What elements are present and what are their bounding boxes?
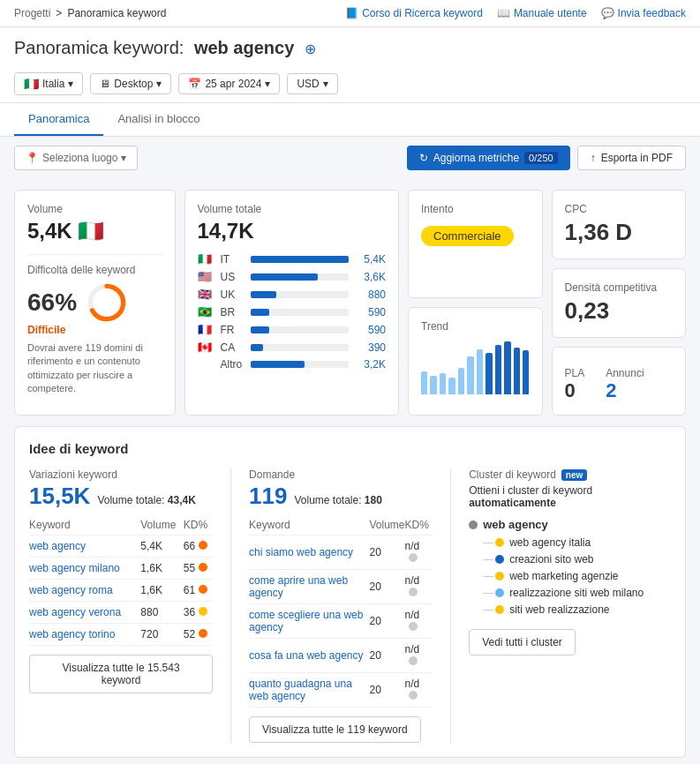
volume-row: 🇬🇧 UK 880 xyxy=(198,288,387,301)
vol-code: US xyxy=(221,271,245,283)
kd-dot xyxy=(409,656,418,665)
density-value: 0,23 xyxy=(565,297,674,325)
intent-trend-col: Intento Commerciale Trend xyxy=(408,190,543,416)
vol-code: IT xyxy=(221,253,245,266)
table-row: come aprire una web agency 20 n/d xyxy=(249,570,433,604)
vol-num: 390 xyxy=(354,341,386,354)
export-icon: ↑ xyxy=(591,152,596,164)
country-filter[interactable]: 🇮🇹 Italia ▾ xyxy=(14,72,83,95)
q-kw-kd: n/d xyxy=(405,673,433,708)
section-title: Idee di keyword xyxy=(29,441,671,456)
difficulty-percent: 66% xyxy=(27,288,77,317)
vol-num: 590 xyxy=(354,306,386,318)
add-keyword-icon[interactable]: ⊕ xyxy=(305,41,316,56)
refresh-icon: ↻ xyxy=(419,152,428,164)
kw-name[interactable]: web agency xyxy=(29,536,140,558)
view-all-clusters-button[interactable]: Vedi tutti i cluster xyxy=(469,629,576,655)
kd-dot xyxy=(199,607,207,616)
cluster-color-dot xyxy=(495,572,504,580)
breadcrumb-current: Panoramica keyword xyxy=(67,7,166,19)
card-pla-annunci: PLA 0 Annunci 2 xyxy=(552,347,687,416)
volume-value: 5,4K 🇮🇹 xyxy=(27,219,162,243)
currency-filter[interactable]: USD ▾ xyxy=(287,73,337,94)
variations-col: Variazioni keyword 15,5K Volume totale: … xyxy=(29,468,213,743)
kw-name[interactable]: web agency torino xyxy=(29,624,140,646)
vol-bar-container xyxy=(251,309,350,316)
view-all-variations-button[interactable]: Visualizza tutte le 15.543 keyword xyxy=(29,655,213,693)
new-badge: new xyxy=(561,469,587,481)
questions-count: 119 xyxy=(249,483,287,510)
col-volume: Volume xyxy=(140,515,184,536)
link-manuale[interactable]: 📖 Manuale utente xyxy=(497,7,587,19)
cluster-items: web agency italia creazioni sito web web… xyxy=(483,536,671,616)
card-volume: Volume 5,4K 🇮🇹 Difficoltà delle keyword … xyxy=(14,190,176,416)
cluster-color-dot xyxy=(495,555,504,564)
cluster-color-dot xyxy=(495,605,504,614)
cluster-desc: Ottieni i cluster di keyword automaticam… xyxy=(469,484,671,509)
cluster-item: web agency italia xyxy=(483,536,671,549)
q-kw-name[interactable]: cosa fa una web agency xyxy=(249,639,369,673)
tab-analisi-blocco[interactable]: Analisi in blocco xyxy=(103,103,214,136)
export-pdf-button[interactable]: ↑ Esporta in PDF xyxy=(577,146,686,170)
density-label: Densità competitiva xyxy=(565,281,674,294)
trend-bar xyxy=(477,349,483,394)
kw-name[interactable]: web agency verona xyxy=(29,602,140,624)
location-select[interactable]: 📍 Seleziona luogo ▾ xyxy=(14,146,138,170)
vol-flag: 🇫🇷 xyxy=(198,323,215,336)
q-kw-name[interactable]: come scegliere una web agency xyxy=(249,604,369,639)
q-col-kd: KD% xyxy=(405,515,433,536)
pla-annunci: PLA 0 Annunci 2 xyxy=(565,367,674,402)
trend-bar xyxy=(523,350,529,394)
top-nav: Progetti > Panoramica keyword 📘 Corso di… xyxy=(0,0,700,27)
col-kd: KD% xyxy=(184,515,213,536)
cluster-item: siti web realizzazione xyxy=(483,603,671,616)
chevron-down-icon5: ▾ xyxy=(121,152,126,164)
vol-bar-container xyxy=(251,256,350,263)
annunci-value: 2 xyxy=(606,379,644,402)
device-filter[interactable]: 🖥 Desktop ▾ xyxy=(90,73,171,94)
vol-code: UK xyxy=(221,288,245,301)
tab-panoramica[interactable]: Panoramica xyxy=(14,103,103,136)
vol-bar-container xyxy=(251,326,350,333)
cluster-item-label: web agency italia xyxy=(509,536,591,549)
cluster-item-label: creazioni sito web xyxy=(509,553,593,566)
cpc-value: 1,36 D xyxy=(565,219,674,246)
update-metrics-button[interactable]: ↻ Aggiorna metriche 0/250 xyxy=(407,146,570,170)
main-content: Volume 5,4K 🇮🇹 Difficoltà delle keyword … xyxy=(0,179,700,764)
q-kw-name[interactable]: chi siamo web agency xyxy=(249,536,369,570)
vol-bar xyxy=(251,344,263,351)
q-kw-name[interactable]: quanto guadagna una web agency xyxy=(249,673,369,708)
questions-table: Keyword Volume KD% chi siamo web agency … xyxy=(249,515,433,708)
table-row: chi siamo web agency 20 n/d xyxy=(249,536,433,570)
page-title: Panoramica keyword: web agency ⊕ xyxy=(14,38,686,58)
kw-name[interactable]: web agency roma xyxy=(29,580,140,602)
trend-bar xyxy=(458,368,464,394)
difficulty-donut xyxy=(86,281,128,324)
table-row: come scegliere una web agency 20 n/d xyxy=(249,604,433,639)
cluster-item: web marketing agenzie xyxy=(483,570,671,582)
cluster-label: Cluster di keyword new xyxy=(469,468,671,481)
cluster-item-label: siti web realizzazione xyxy=(509,603,609,616)
vol-code: FR xyxy=(221,324,245,336)
chevron-down-icon2: ▾ xyxy=(156,78,162,90)
trend-bar xyxy=(514,348,520,394)
card-volume-total: Volume totale 14,7K 🇮🇹 IT 5,4K 🇺🇸 US 3,6… xyxy=(184,190,400,416)
view-all-questions-button[interactable]: Visualizza tutte le 119 keyword xyxy=(249,716,421,743)
breadcrumb-sep: > xyxy=(56,7,62,19)
questions-total: Volume totale: 180 xyxy=(294,494,381,506)
kw-volume: 880 xyxy=(140,602,184,624)
vol-bar xyxy=(251,326,269,333)
kw-name[interactable]: web agency milano xyxy=(29,558,140,580)
link-corso[interactable]: 📘 Corso di Ricerca keyword xyxy=(345,7,483,19)
date-filter[interactable]: 📅 25 apr 2024 ▾ xyxy=(178,73,280,94)
link-feedback[interactable]: 💬 Invia feedback xyxy=(601,7,686,19)
q-kw-name[interactable]: come aprire una web agency xyxy=(249,570,369,604)
vol-bar xyxy=(251,291,276,298)
breadcrumb-projects[interactable]: Progetti xyxy=(14,7,50,19)
metrics-counter: 0/250 xyxy=(524,152,558,164)
trend-bar xyxy=(485,353,492,394)
q-kw-kd: n/d xyxy=(405,536,433,570)
chevron-down-icon4: ▾ xyxy=(323,78,328,90)
kd-dot xyxy=(409,588,418,596)
q-kw-kd: n/d xyxy=(405,604,433,639)
